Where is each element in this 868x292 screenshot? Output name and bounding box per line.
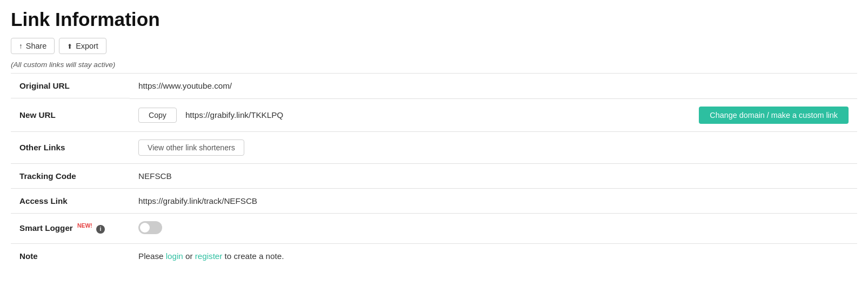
note-middle: or [183, 251, 195, 261]
export-label: Export [76, 42, 98, 50]
subtitle: (All custom links will stay active) [11, 61, 857, 69]
toggle-slider [138, 221, 162, 234]
new-badge: NEW! [77, 223, 92, 229]
table-row: Tracking Code NEFSCB [11, 163, 857, 188]
other-links-label: Other Links [11, 131, 130, 163]
note-prefix: Please [138, 251, 166, 261]
share-label: Share [26, 42, 46, 50]
other-links-cell: View other link shorteners [130, 131, 857, 163]
register-link[interactable]: register [195, 251, 223, 261]
smart-logger-label-cell: Smart Logger NEW! i [11, 213, 130, 243]
toolbar: Share Export [11, 38, 857, 54]
tracking-code-value: NEFSCB [130, 163, 857, 188]
note-label: Note [11, 243, 130, 268]
smart-logger-label: Smart Logger [19, 224, 73, 233]
tracking-code-label: Tracking Code [11, 163, 130, 188]
new-url-value: https://grabify.link/TKKLPQ [185, 110, 699, 120]
table-row: New URL Copy https://grabify.link/TKKLPQ… [11, 98, 857, 132]
note-text: Please login or register to create a not… [138, 251, 284, 261]
copy-button[interactable]: Copy [138, 108, 177, 123]
share-button[interactable]: Share [11, 38, 55, 54]
note-suffix: to create a note. [222, 251, 284, 261]
note-cell: Please login or register to create a not… [130, 243, 857, 268]
original-url-value: https://www.youtube.com/ [130, 74, 857, 98]
table-row: Note Please login or register to create … [11, 243, 857, 268]
original-url-label: Original URL [11, 74, 130, 98]
table-row: Access Link https://grabify.link/track/N… [11, 188, 857, 213]
page-title: Link Information [11, 9, 857, 30]
login-link[interactable]: login [166, 251, 183, 261]
smart-logger-toggle-cell [130, 213, 857, 243]
access-link-value: https://grabify.link/track/NEFSCB [130, 188, 857, 213]
table-row: Other Links View other link shorteners [11, 131, 857, 163]
change-domain-button[interactable]: Change domain / make a custom link [699, 107, 849, 124]
info-table: Original URL https://www.youtube.com/ Ne… [11, 73, 857, 268]
export-icon [67, 42, 72, 50]
info-icon[interactable]: i [96, 225, 105, 234]
share-icon [19, 42, 23, 50]
smart-logger-toggle[interactable] [138, 221, 162, 234]
view-shorteners-button[interactable]: View other link shorteners [138, 140, 244, 156]
new-url-label: New URL [11, 98, 130, 132]
table-row: Smart Logger NEW! i [11, 213, 857, 243]
export-button[interactable]: Export [59, 38, 106, 54]
access-link-label: Access Link [11, 188, 130, 213]
toggle-wrap [138, 221, 162, 234]
new-url-cell: Copy https://grabify.link/TKKLPQ Change … [130, 98, 857, 131]
table-row: Original URL https://www.youtube.com/ [11, 74, 857, 98]
